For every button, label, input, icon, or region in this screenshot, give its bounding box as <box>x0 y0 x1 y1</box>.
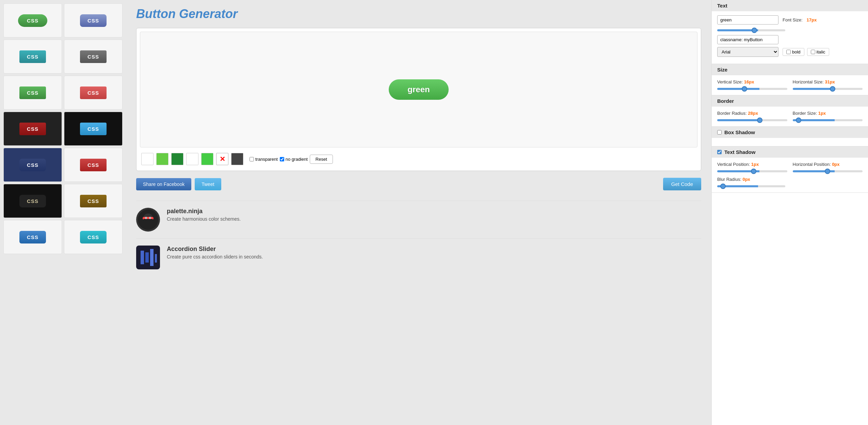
swatch-light-green[interactable] <box>156 153 168 165</box>
preview-button[interactable]: green <box>389 79 448 100</box>
preset-green-oval[interactable]: CSS <box>3 3 62 37</box>
text-shadow-horizontal-label: Horizontal Position: <box>793 162 831 167</box>
preset-salmon-rect[interactable]: CSS <box>64 76 123 110</box>
size-two-col: Vertical Size: 16px Horizontal Size: 31p… <box>717 79 863 91</box>
swatch-bright-green[interactable] <box>201 153 213 165</box>
preset-cyan[interactable]: CSS <box>64 220 123 254</box>
preset-blue-gray-rect[interactable]: CSS <box>64 3 123 37</box>
italic-checkbox[interactable] <box>811 50 815 54</box>
bold-italic-row: bold italic <box>783 48 829 56</box>
swatch-x[interactable]: ✕ <box>216 153 228 165</box>
preset-btn-blue2: CSS <box>19 231 46 243</box>
swatch-dark-green[interactable] <box>171 153 183 165</box>
preset-btn-teal: CSS <box>19 50 46 63</box>
accordion-slider-desc: Create pure css accordion sliders in sec… <box>167 254 263 259</box>
box-shadow-section: Box Shadow <box>712 127 868 146</box>
transparent-checkbox-label[interactable]: transparent <box>250 157 278 162</box>
horizontal-size-col: Horizontal Size: 31px <box>793 79 863 91</box>
vertical-size-value: 16px <box>744 79 754 84</box>
swatch-dark[interactable] <box>231 153 243 165</box>
blur-radius-slider[interactable] <box>717 185 785 187</box>
size-section-header: Size <box>712 64 868 75</box>
sidebar: CSS CSS CSS CSS CSS CSS CSS CSS CSS CSS … <box>0 0 126 425</box>
page-title: Button Generator <box>136 7 701 21</box>
preset-dark-gray-rect[interactable]: CSS <box>64 40 123 74</box>
preset-btn-brown: CSS <box>80 195 107 207</box>
transparent-checkbox[interactable] <box>250 157 254 161</box>
border-section: Border Border Radius: 28px Border Size: … <box>712 95 868 127</box>
blur-radius-label: Blur Radius: <box>717 177 741 182</box>
preview-canvas: green <box>140 32 697 147</box>
right-panel: Text Font Size: 17px Arial Helvetica Geo… <box>711 0 868 425</box>
svg-rect-11 <box>150 249 154 266</box>
classname-input[interactable] <box>717 35 778 44</box>
text-shadow-label[interactable]: Text Shadow <box>717 149 863 155</box>
text-shadow-vertical-label: Vertical Position: <box>717 162 750 167</box>
swatch-white[interactable] <box>141 153 154 165</box>
preset-btn-dark-gray: CSS <box>80 50 107 63</box>
text-shadow-horizontal-value: 0px <box>832 162 839 167</box>
box-shadow-section-header: Box Shadow <box>712 127 868 138</box>
horizontal-size-value: 31px <box>825 79 835 84</box>
border-radius-col: Border Radius: 28px <box>717 111 787 122</box>
resource-card-palette: palette.ninja Create harmonious color sc… <box>136 201 701 238</box>
reset-button[interactable]: Reset <box>310 155 333 164</box>
palette-ninja-icon <box>136 208 160 232</box>
tweet-button[interactable]: Tweet <box>195 178 221 190</box>
no-gradient-checkbox-label[interactable]: no gradient <box>280 157 308 162</box>
no-gradient-label: no gradient <box>286 157 308 162</box>
vertical-size-col: Vertical Size: 16px <box>717 79 787 91</box>
text-shadow-section: Text Shadow Vertical Position: 1px Horiz… <box>712 146 868 193</box>
border-section-header: Border <box>712 95 868 107</box>
vertical-size-slider[interactable] <box>717 88 787 90</box>
font-select[interactable]: Arial Helvetica Georgia Times New Roman … <box>717 47 778 57</box>
palette-ninja-desc: Create harmonious color schemes. <box>167 216 241 222</box>
accordion-slider-title: Accordion Slider <box>167 246 263 253</box>
border-size-slider[interactable] <box>793 119 863 121</box>
horizontal-size-label: Horizontal Size: <box>793 79 824 84</box>
text-shadow-vertical-col: Vertical Position: 1px <box>717 162 787 173</box>
preset-dark-tan[interactable]: CSS <box>3 184 62 218</box>
preset-btn-red2: CSS <box>80 159 107 171</box>
preset-brown[interactable]: CSS <box>64 184 123 218</box>
accordion-slider-icon <box>136 246 160 269</box>
get-code-button[interactable]: Get Code <box>663 178 701 190</box>
italic-checkbox-label[interactable]: italic <box>807 48 829 56</box>
bold-label: bold <box>792 49 801 54</box>
blur-radius-row: Blur Radius: 0px <box>717 177 863 188</box>
preset-teal-rect[interactable]: CSS <box>3 40 62 74</box>
border-radius-slider[interactable] <box>717 119 787 121</box>
text-shadow-horizontal-slider[interactable] <box>793 170 863 172</box>
preset-btn-green-oval: CSS <box>18 14 47 27</box>
preset-dark-red-black[interactable]: CSS <box>3 112 62 146</box>
text-shadow-pos-row: Vertical Position: 1px Horizontal Positi… <box>717 162 863 173</box>
text-shadow-vertical-slider[interactable] <box>717 170 787 172</box>
text-section: Text Font Size: 17px Arial Helvetica Geo… <box>712 0 868 64</box>
no-gradient-checkbox[interactable] <box>280 157 284 161</box>
box-shadow-label[interactable]: Box Shadow <box>717 129 863 135</box>
font-size-slider[interactable] <box>717 29 785 31</box>
preset-blue-cyan[interactable]: CSS <box>64 112 123 146</box>
preset-green-rect[interactable]: CSS <box>3 76 62 110</box>
box-shadow-checkbox[interactable] <box>717 130 722 135</box>
swatch-white2[interactable] <box>186 153 198 165</box>
preset-btn-blue-gray: CSS <box>80 14 107 27</box>
share-facebook-button[interactable]: Share on Facebook <box>136 178 191 190</box>
text-shadow-section-header: Text Shadow <box>712 146 868 158</box>
preset-dark-navy[interactable]: CSS <box>3 148 62 182</box>
bold-checkbox-label[interactable]: bold <box>783 48 804 56</box>
preset-red2[interactable]: CSS <box>64 148 123 182</box>
border-radius-label: Border Radius: <box>717 111 747 116</box>
text-shadow-vertical-value: 1px <box>751 162 759 167</box>
share-row: Share on Facebook Tweet Get Code <box>136 178 701 190</box>
preset-blue2[interactable]: CSS <box>3 220 62 254</box>
horizontal-size-slider[interactable] <box>793 88 863 90</box>
bold-checkbox[interactable] <box>786 50 791 54</box>
italic-label: italic <box>817 49 825 54</box>
preset-btn-salmon: CSS <box>80 86 107 99</box>
x-mark: ✕ <box>220 155 225 163</box>
size-section: Size Vertical Size: 16px Horizontal Size… <box>712 64 868 95</box>
text-value-input[interactable] <box>717 15 778 25</box>
text-shadow-header-text: Text Shadow <box>724 149 755 155</box>
text-shadow-checkbox[interactable] <box>717 150 722 154</box>
